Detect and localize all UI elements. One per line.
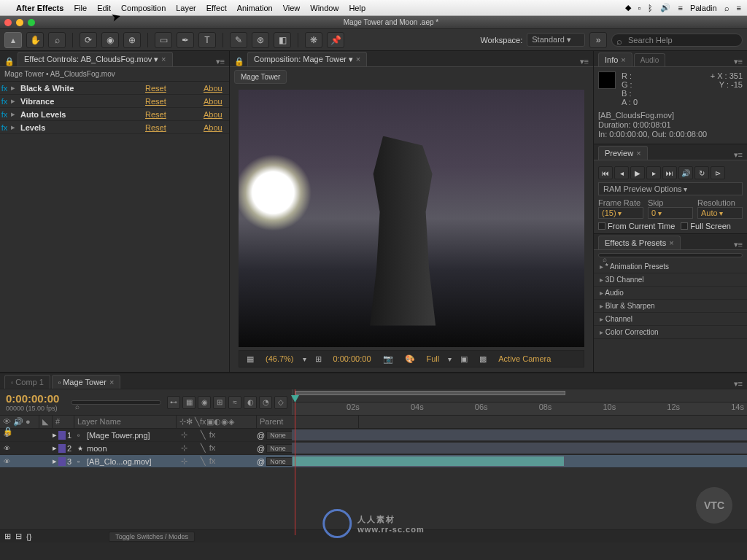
twirl-icon[interactable]: ▸ (53, 430, 57, 440)
full-screen-checkbox[interactable] (681, 222, 688, 230)
close-icon[interactable]: × (109, 378, 114, 386)
window-minimize-button[interactable] (16, 19, 23, 26)
camera-tool[interactable]: ◉ (101, 32, 119, 48)
eraser-tool[interactable]: ◧ (274, 32, 291, 48)
visibility-toggle[interactable]: 👁 (1, 456, 12, 467)
panel-menu-icon[interactable]: ▾≡ (734, 150, 743, 160)
panel-menu-icon[interactable]: ▾≡ (734, 379, 743, 389)
timeline-playhead[interactable] (295, 389, 295, 535)
graph-editor-icon[interactable]: ◔ (259, 396, 272, 409)
fx-toggle-icon[interactable]: fx (0, 123, 9, 132)
fx-toggle-icon[interactable]: fx (0, 110, 9, 119)
layer-bar-1[interactable] (292, 429, 747, 440)
close-icon[interactable]: × (356, 55, 360, 63)
selection-tool[interactable]: ▴ (4, 32, 22, 48)
frame-blend-icon[interactable]: ⊞ (213, 396, 226, 409)
info-tab[interactable]: Info× (598, 52, 632, 66)
pickwhip-icon[interactable]: @ (257, 457, 265, 466)
timeline-tab-magetower[interactable]: ▫ Mage Tower× (52, 375, 120, 389)
effect-about-link[interactable]: Abou (204, 84, 229, 93)
layer-color-label[interactable] (58, 457, 66, 466)
play-button[interactable]: ▶ (630, 166, 645, 179)
auto-keyframe-icon[interactable]: ◇ (274, 396, 287, 409)
user-label[interactable]: Paladin (690, 4, 717, 12)
twirl-icon[interactable]: ▸ (53, 456, 57, 466)
camera-dropdown[interactable]: Active Camera (495, 354, 554, 363)
rotate-tool[interactable]: ⟳ (80, 32, 97, 48)
menu-view[interactable]: View (283, 4, 301, 12)
composition-subtab[interactable]: Mage Tower (234, 70, 287, 84)
prev-frame-button[interactable]: ◂ (614, 166, 629, 179)
time-display[interactable]: 0:00:00:00 (330, 354, 374, 363)
rectangle-tool[interactable]: ▭ (155, 32, 172, 48)
roi-icon[interactable]: ▣ (457, 354, 471, 364)
panel-menu-icon[interactable]: ▾≡ (734, 57, 743, 66)
type-tool[interactable]: T (198, 32, 216, 48)
clone-tool[interactable]: ⊛ (252, 32, 269, 48)
roto-tool[interactable]: ❋ (305, 32, 322, 48)
effect-twirl-icon[interactable]: ▸ (9, 83, 18, 93)
dropbox-icon[interactable]: ▫ (638, 4, 641, 12)
channels-icon[interactable]: 🎨 (402, 354, 418, 364)
collapse-icon[interactable]: ⊟ (15, 532, 22, 541)
visibility-toggle[interactable]: 👁 (1, 443, 12, 454)
motion-blur-icon[interactable]: ≈ (228, 396, 241, 409)
effect-twirl-icon[interactable]: ▸ (9, 96, 18, 106)
zoom-tool[interactable]: ⌕ (48, 32, 66, 48)
comp-mini-flowchart-icon[interactable]: ⊷ (167, 396, 180, 409)
panel-lock-icon[interactable]: 🔒 (4, 57, 15, 66)
timeline-search-input[interactable] (71, 400, 161, 405)
menu-composition[interactable]: Composition (121, 4, 166, 12)
work-area-bar[interactable] (295, 391, 565, 395)
workspace-dropdown[interactable]: Standard ▾ (527, 33, 585, 47)
tab-dropdown-icon[interactable]: ▾ (349, 55, 353, 63)
snapshot-icon[interactable]: 📷 (380, 354, 396, 364)
effect-row-black-white[interactable]: fx ▸ Black & White Reset Abou (0, 82, 229, 95)
loop-button[interactable]: ↻ (694, 166, 709, 179)
effect-reset-link[interactable]: Reset (145, 110, 204, 119)
evernote-icon[interactable]: ◆ (625, 3, 631, 12)
preset-color-correction[interactable]: Color Correction (594, 326, 747, 339)
tab-dropdown-icon[interactable]: ▾ (154, 55, 158, 63)
menu-window[interactable]: Window (310, 4, 338, 12)
menu-help[interactable]: Help (349, 4, 365, 12)
panel-lock-icon[interactable]: 🔒 (234, 57, 244, 66)
transparency-icon[interactable]: ▩ (476, 354, 489, 364)
effect-reset-link[interactable]: Reset (145, 84, 204, 93)
expand-icon[interactable]: ⊞ (4, 532, 11, 541)
hand-tool[interactable]: ✋ (26, 32, 44, 48)
effect-reset-link[interactable]: Reset (145, 123, 204, 132)
audio-button[interactable]: 🔊 (678, 166, 693, 179)
effect-row-vibrance[interactable]: fx ▸ Vibrance Reset Abou (0, 95, 229, 108)
effect-about-link[interactable]: Abou (204, 123, 229, 132)
skip-dropdown[interactable]: 0 ▾ (648, 207, 693, 219)
layer-bar-3[interactable] (292, 456, 565, 467)
pickwhip-icon[interactable]: @ (257, 444, 265, 453)
fx-toggle-icon[interactable]: fx (0, 84, 9, 93)
last-frame-button[interactable]: ⏭ (662, 166, 677, 179)
brush-tool[interactable]: ✎ (230, 32, 247, 48)
frame-rate-dropdown[interactable]: (15) ▾ (598, 207, 643, 219)
resolution-dropdown[interactable]: Auto ▾ (697, 207, 743, 219)
effect-controls-tab[interactable]: Effect Controls: AB_CloudsFog.mov ▾× (18, 52, 173, 66)
layer-bar-2[interactable] (292, 443, 747, 454)
script-icon[interactable]: ≡ (678, 4, 682, 12)
close-icon[interactable]: × (161, 55, 166, 63)
composition-tab[interactable]: Composition: Mage Tower ▾× (247, 52, 367, 66)
brainstorm-icon[interactable]: ◐ (244, 396, 257, 409)
effect-row-auto-levels[interactable]: fx ▸ Auto Levels Reset Abou (0, 108, 229, 121)
twirl-icon[interactable]: ▸ (53, 443, 57, 453)
menu-file[interactable]: File (74, 4, 87, 12)
audio-tab[interactable]: Audio (634, 53, 666, 66)
draft3d-icon[interactable]: ▦ (182, 396, 196, 409)
composition-viewer[interactable] (239, 90, 584, 347)
col-visibility[interactable]: 👁 🔊 ● 🔒 (0, 416, 39, 428)
preset-channel[interactable]: Channel (594, 313, 747, 326)
search-icon[interactable]: » (589, 32, 607, 48)
preview-tab[interactable]: Preview× (598, 146, 648, 160)
menu-animation[interactable]: Animation (237, 4, 273, 12)
col-parent[interactable]: Parent (257, 416, 359, 428)
close-icon[interactable]: × (621, 55, 625, 64)
shy-icon[interactable]: ◉ (198, 396, 211, 409)
ram-preview-button[interactable]: ⊳ (711, 166, 725, 179)
